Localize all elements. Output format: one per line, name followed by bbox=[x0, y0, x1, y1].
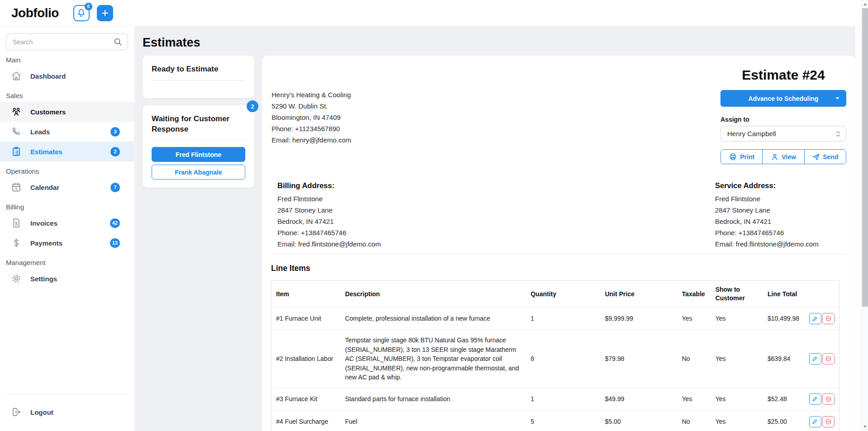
delete-line-item-button[interactable] bbox=[822, 393, 835, 405]
cell-taxable: No bbox=[677, 410, 711, 431]
line-items-table: Item Description Quantity Unit Price Tax… bbox=[271, 280, 839, 431]
send-button[interactable]: Send bbox=[804, 150, 846, 164]
cell-item: #3 Furnace Kit bbox=[272, 388, 341, 410]
notifications-button[interactable]: 0 bbox=[73, 5, 90, 21]
edit-line-item-button[interactable] bbox=[809, 393, 821, 405]
address-line: Phone: +13847465746 bbox=[277, 227, 381, 238]
table-header-row: Item Description Quantity Unit Price Tax… bbox=[272, 281, 839, 308]
page-title: Estimates bbox=[143, 36, 855, 50]
phone-icon bbox=[11, 126, 22, 137]
cell-line-total: $52.48 bbox=[763, 388, 805, 410]
app-logo: Jobfolio bbox=[11, 6, 59, 20]
ready-to-estimate-card: Ready to Estimate bbox=[143, 56, 254, 98]
payments-count-badge: 13 bbox=[110, 238, 120, 248]
service-address: Service Address: Fred Flintstone 2847 St… bbox=[715, 180, 846, 250]
sidebar-item-label: Invoices bbox=[30, 219, 57, 227]
scroll-down-icon[interactable] bbox=[863, 425, 867, 429]
calendar-icon bbox=[11, 182, 22, 193]
edit-line-item-button[interactable] bbox=[809, 353, 821, 365]
print-button[interactable]: Print bbox=[721, 150, 762, 164]
sidebar-item-label: Calendar bbox=[30, 184, 59, 191]
person-icon bbox=[771, 153, 779, 161]
company-city: Bloomington, IN 47409 bbox=[272, 112, 351, 123]
card-divider bbox=[152, 80, 245, 81]
sidebar-item-calendar[interactable]: Calendar 7 bbox=[0, 177, 134, 197]
sidebar-item-estimates[interactable]: Estimates 2 bbox=[0, 142, 134, 161]
cell-line-total: $10,499.98 bbox=[763, 308, 805, 330]
address-line: 2847 Stoney Lane bbox=[715, 204, 846, 216]
advance-to-scheduling-button[interactable]: Advance to Scheduling bbox=[720, 90, 846, 107]
section-label-main: Main bbox=[0, 50, 134, 66]
billing-address: Billing Address: Fred Flintstone 2847 St… bbox=[277, 180, 381, 250]
gear-icon bbox=[11, 273, 22, 284]
estimate-queue-column: Ready to Estimate 2 Waiting for Customer… bbox=[143, 56, 254, 188]
column-header-show-to-customer: Show to Customer bbox=[711, 281, 763, 308]
cell-show-to-customer: Yes bbox=[711, 410, 763, 431]
delete-line-item-button[interactable] bbox=[822, 353, 835, 365]
line-item-row: #3 Furnace Kit Standard parts for furnac… bbox=[272, 388, 839, 410]
cell-taxable: Yes bbox=[677, 308, 711, 330]
sidebar-item-label: Settings bbox=[30, 275, 57, 283]
cell-show-to-customer: Yes bbox=[711, 308, 763, 330]
address-line: Fred Flintstone bbox=[277, 193, 381, 204]
logout-button[interactable]: Logout bbox=[0, 402, 134, 422]
sidebar-item-settings[interactable]: Settings bbox=[0, 269, 134, 289]
customer-button-fred-flintstone[interactable]: Fred Flintstone bbox=[152, 147, 245, 162]
address-line: 2847 Stoney Lane bbox=[277, 204, 381, 216]
printer-icon bbox=[729, 152, 737, 161]
customer-button-frank-abagnale[interactable]: Frank Abagnale bbox=[152, 165, 245, 180]
section-label-management: Management bbox=[0, 253, 134, 269]
address-line: Email: fred.flintstone@jfdemo.com bbox=[715, 238, 846, 250]
delete-line-item-button[interactable] bbox=[822, 313, 835, 324]
cell-description: Fuel bbox=[340, 410, 526, 431]
cell-quantity: 8 bbox=[526, 330, 600, 388]
estimates-count-badge: 2 bbox=[110, 147, 120, 156]
company-email: Email: henry@jfdemo.com bbox=[272, 134, 351, 146]
people-icon bbox=[11, 106, 22, 117]
cell-line-total: $639.84 bbox=[763, 330, 805, 388]
view-button[interactable]: View bbox=[762, 150, 804, 164]
sidebar-item-leads[interactable]: Leads 3 bbox=[0, 122, 134, 142]
column-header-taxable: Taxable bbox=[677, 281, 711, 308]
calendar-count-badge: 7 bbox=[110, 183, 120, 192]
sidebar-item-dashboard[interactable]: Dashboard bbox=[0, 66, 134, 86]
sidebar-item-label: Dashboard bbox=[30, 72, 66, 80]
sidebar-item-customers[interactable]: Customers bbox=[0, 102, 134, 122]
sidebar-item-label: Leads bbox=[30, 128, 50, 136]
cell-quantity: 1 bbox=[526, 388, 600, 410]
invoice-icon: $ bbox=[11, 218, 22, 228]
logout-icon bbox=[11, 407, 22, 417]
edit-line-item-button[interactable] bbox=[809, 313, 821, 324]
line-item-row: #1 Furnace Unit Complete, professional i… bbox=[272, 308, 839, 330]
cell-show-to-customer: Yes bbox=[711, 330, 763, 388]
cell-line-total: $25.00 bbox=[763, 410, 805, 431]
clipboard-icon bbox=[11, 146, 22, 157]
sidebar-item-invoices[interactable]: $ Invoices 42 bbox=[0, 213, 134, 233]
cell-description: Tempstar single stage 80k BTU Natural Ga… bbox=[340, 330, 526, 388]
create-new-button[interactable] bbox=[97, 5, 113, 21]
cell-item: #1 Furnace Unit bbox=[272, 308, 341, 330]
send-icon bbox=[812, 153, 820, 161]
svg-text:$: $ bbox=[15, 221, 18, 226]
search-input[interactable] bbox=[6, 33, 128, 50]
delete-line-item-button[interactable] bbox=[822, 416, 835, 427]
dollar-icon bbox=[11, 237, 22, 248]
logout-label: Logout bbox=[30, 408, 53, 416]
line-items-title: Line Items bbox=[271, 264, 846, 273]
section-label-billing: Billing bbox=[0, 197, 134, 213]
scrollbar-thumb[interactable] bbox=[862, 8, 868, 307]
main-content: Estimates Ready to Estimate 2 Waiting fo… bbox=[135, 27, 855, 431]
sidebar-divider bbox=[6, 394, 128, 394]
section-label-sales: Sales bbox=[0, 86, 134, 102]
column-header-quantity: Quantity bbox=[526, 281, 600, 308]
edit-line-item-button[interactable] bbox=[809, 416, 821, 427]
home-icon bbox=[11, 71, 22, 81]
sidebar-item-label: Customers bbox=[30, 108, 66, 116]
scroll-up-icon[interactable] bbox=[863, 2, 867, 6]
sidebar: Main Dashboard Sales Customers Leads 3 bbox=[0, 27, 134, 431]
cell-description: Standard parts for furnace installation bbox=[340, 388, 526, 410]
page-scrollbar[interactable] bbox=[861, 0, 868, 431]
assignee-select[interactable]: Henry Campbell bbox=[720, 126, 846, 142]
sidebar-item-payments[interactable]: Payments 13 bbox=[0, 233, 134, 253]
search-icon bbox=[113, 37, 123, 47]
